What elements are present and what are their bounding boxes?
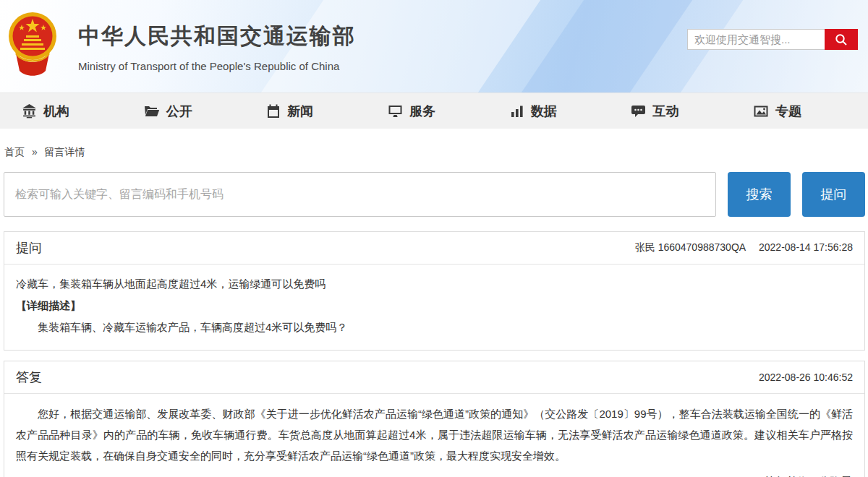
nav-label: 专题 xyxy=(775,103,801,120)
calendar-icon xyxy=(266,104,281,119)
nav-item-institutions[interactable]: 机构 xyxy=(22,103,69,120)
answer-body: 您好，根据交通运输部、发展改革委、财政部《关于进一步优化鲜活农产品运输“绿色通道… xyxy=(4,394,864,472)
nav-label: 新闻 xyxy=(287,103,313,120)
question-header: 提问 张民 1660470988730QA 2022-08-14 17:56:2… xyxy=(4,232,864,265)
speech-bubble-icon xyxy=(631,104,646,119)
breadcrumb-separator: » xyxy=(32,146,38,158)
search-button[interactable]: 搜索 xyxy=(728,172,791,217)
breadcrumb-home[interactable]: 首页 xyxy=(4,146,25,158)
nav-item-interaction[interactable]: 互动 xyxy=(631,103,678,120)
answer-section: 答复 2022-08-26 10:46:52 您好，根据交通运输部、发展改革委、… xyxy=(4,361,865,477)
question-title: 提问 xyxy=(16,239,42,257)
question-detail: 集装箱车辆、冷藏车运输农产品，车辆高度超过4米可以免费吗？ xyxy=(16,317,853,338)
nav-item-services[interactable]: 服务 xyxy=(388,103,435,120)
message-search-bar: 搜索 提问 xyxy=(4,172,865,217)
site-subtitle: Ministry of Transport of the People's Re… xyxy=(78,60,356,72)
main-nav: 机构 公开 新闻 服务 数据 xyxy=(0,93,868,129)
question-summary: 冷藏车，集装箱车辆从地面起高度超过4米，运输绿通可以免费吗 xyxy=(16,273,853,295)
nav-item-disclosure[interactable]: 公开 xyxy=(144,103,192,120)
ask-button[interactable]: 提问 xyxy=(802,172,865,217)
question-meta: 张民 1660470988730QA 2022-08-14 17:56:28 xyxy=(635,241,853,254)
monitor-icon xyxy=(388,104,403,119)
question-time: 2022-08-14 17:56:28 xyxy=(759,241,853,253)
nav-label: 公开 xyxy=(166,103,192,120)
top-search-input[interactable] xyxy=(687,29,825,50)
picture-icon xyxy=(753,104,769,119)
nav-label: 机构 xyxy=(43,103,69,120)
question-body: 冷藏车，集装箱车辆从地面起高度超过4米，运输绿通可以免费吗 【详细描述】 集装箱… xyxy=(4,265,864,350)
answer-time: 2022-08-26 10:46:52 xyxy=(759,371,853,383)
answer-header: 答复 2022-08-26 10:46:52 xyxy=(4,361,864,394)
nav-item-topics[interactable]: 专题 xyxy=(753,103,801,120)
nav-item-news[interactable]: 新闻 xyxy=(266,103,313,120)
question-section: 提问 张民 1660470988730QA 2022-08-14 17:56:2… xyxy=(4,231,865,351)
bank-icon xyxy=(22,103,37,119)
folder-icon xyxy=(144,104,160,119)
answer-title: 答复 xyxy=(16,369,42,386)
question-author: 张民 1660470988730QA xyxy=(635,241,746,253)
nav-label: 互动 xyxy=(652,103,678,120)
top-search-button[interactable] xyxy=(825,29,858,50)
national-emblem-icon xyxy=(7,10,58,78)
bar-chart-icon xyxy=(510,104,524,119)
site-header: 中华人民共和国交通运输部 Ministry of Transport of th… xyxy=(0,0,868,93)
nav-label: 服务 xyxy=(409,103,435,120)
brand: 中华人民共和国交通运输部 Ministry of Transport of th… xyxy=(7,10,356,78)
message-search-input[interactable] xyxy=(4,172,716,217)
question-detail-label: 【详细描述】 xyxy=(16,295,853,317)
nav-label: 数据 xyxy=(531,103,557,120)
site-title: 中华人民共和国交通运输部 xyxy=(78,22,356,51)
answer-unit: 答复单位：公路局 xyxy=(4,472,864,477)
top-search xyxy=(687,29,858,50)
search-icon xyxy=(834,33,848,47)
breadcrumb-current: 留言详情 xyxy=(45,146,85,158)
nav-item-data[interactable]: 数据 xyxy=(510,103,557,120)
breadcrumb: 首页 » 留言详情 xyxy=(0,129,868,171)
